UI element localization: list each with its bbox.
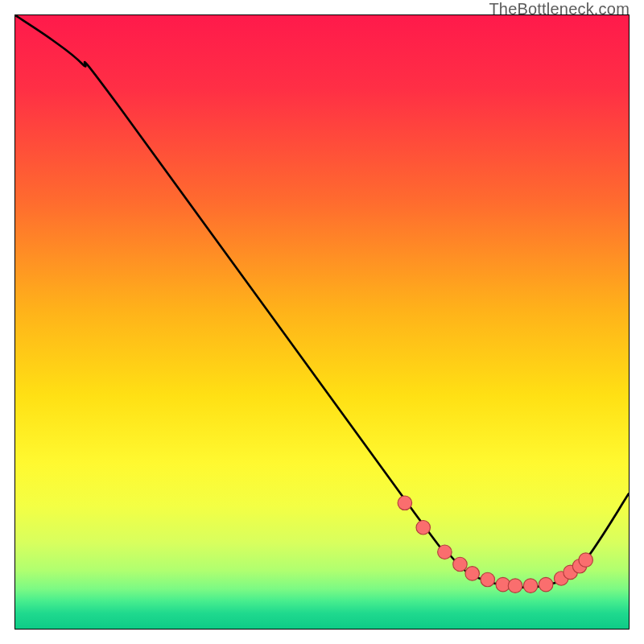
chart-svg: [15, 15, 629, 629]
plot-area: [14, 14, 630, 630]
marker-point: [453, 557, 468, 572]
bottleneck-curve: [15, 15, 629, 588]
marker-point: [579, 553, 593, 568]
marker-point: [481, 572, 495, 587]
chart-stage: TheBottleneck.com: [0, 0, 644, 644]
marker-point: [398, 496, 412, 510]
marker-point: [508, 579, 522, 593]
marker-point: [523, 579, 538, 593]
marker-point: [539, 577, 553, 592]
marker-point: [438, 545, 452, 559]
marker-point: [465, 567, 480, 581]
marker-point: [416, 521, 431, 535]
highlighted-points: [398, 496, 592, 592]
